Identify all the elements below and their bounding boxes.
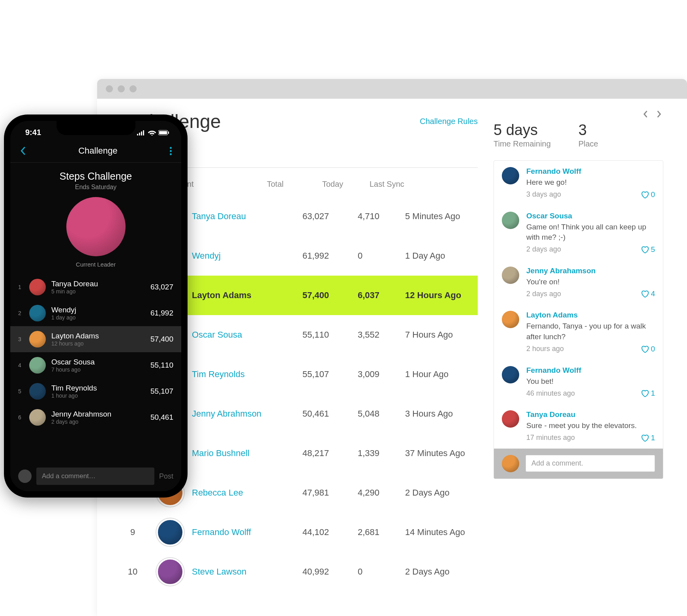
comment-time: 3 days ago xyxy=(526,190,561,199)
avatar xyxy=(29,279,46,295)
rank: 6 xyxy=(18,414,24,421)
comment-input[interactable]: Add a comment. xyxy=(526,455,655,472)
window-minimize-icon[interactable] xyxy=(118,85,125,92)
participant-name: Tim Reynolds xyxy=(51,384,145,393)
today-steps: 3,552 xyxy=(358,330,405,340)
comment: Oscar Sousa Game on! Think you all can k… xyxy=(494,205,663,260)
comment-text: You bet! xyxy=(526,376,655,387)
like-button[interactable]: 5 xyxy=(640,245,655,254)
comment-author[interactable]: Layton Adams xyxy=(526,311,655,319)
rank: 3 xyxy=(18,336,24,342)
svg-rect-3 xyxy=(139,133,140,135)
time-remaining-label: Time Remaining xyxy=(494,139,551,148)
heart-icon xyxy=(640,245,649,254)
total-steps: 50,461 xyxy=(302,409,358,419)
prev-icon[interactable] xyxy=(642,111,649,118)
comment: Fernando Wolff Here we go! 3 days ago 0 xyxy=(494,161,663,205)
phone-comment-input[interactable]: Add a comment… xyxy=(36,468,154,485)
today-steps: 5,048 xyxy=(358,409,405,419)
like-button[interactable]: 0 xyxy=(640,190,655,199)
avatar xyxy=(502,212,519,229)
participant-row[interactable]: 10 Steve Lawson 40,992 0 2 Days Ago xyxy=(121,552,478,592)
avatar xyxy=(29,383,46,400)
phone-notch xyxy=(56,121,135,135)
comment-author[interactable]: Oscar Sousa xyxy=(526,212,655,220)
comment-text: You're on! xyxy=(526,277,655,287)
participant-name: Tanya Doreau xyxy=(51,280,145,288)
total-steps: 55,107 xyxy=(302,369,358,379)
challenge-title: Steps Challenge xyxy=(10,171,181,182)
like-button[interactable]: 1 xyxy=(640,389,655,398)
leaderboard-row[interactable]: 6 Jenny Abrahmson2 days ago 50,461 xyxy=(10,404,181,430)
leader-avatar[interactable] xyxy=(66,197,126,256)
comment-author[interactable]: Jenny Abrahamson xyxy=(526,267,655,275)
comment-time: 17 minutes ago xyxy=(526,434,575,442)
today-steps: 0 xyxy=(358,251,405,261)
participant-name: Jenny Abrahmson xyxy=(51,410,145,419)
leaderboard-row[interactable]: 4 Oscar Sousa7 hours ago 55,110 xyxy=(10,352,181,378)
leader-label: Current Leader xyxy=(10,261,181,268)
svg-rect-8 xyxy=(168,131,169,134)
post-button[interactable]: Post xyxy=(159,472,173,481)
score: 57,400 xyxy=(150,335,173,344)
window-titlebar xyxy=(97,79,687,99)
comment-time: 46 minutes ago xyxy=(526,389,575,398)
like-button[interactable]: 4 xyxy=(640,289,655,298)
comment-author[interactable]: Fernando Wolff xyxy=(526,366,655,375)
participant-name[interactable]: Steve Lawson xyxy=(192,567,302,577)
col-sync: Last Sync xyxy=(370,180,478,189)
comments-panel: Fernando Wolff Here we go! 3 days ago 0 … xyxy=(494,160,663,479)
leaderboard-row[interactable]: 5 Tim Reynolds1 hour ago 55,107 xyxy=(10,378,181,404)
more-icon[interactable] xyxy=(170,147,172,155)
total-steps: 40,992 xyxy=(302,567,358,577)
battery-icon xyxy=(158,130,169,135)
today-steps: 3,009 xyxy=(358,369,405,379)
like-button[interactable]: 1 xyxy=(640,434,655,442)
comment: Tanya Doreau Sure - meet you by the elev… xyxy=(494,404,663,449)
heart-icon xyxy=(640,389,649,398)
place-value: 3 xyxy=(578,122,598,139)
phone-device: 9:41 Challenge Steps Challenge Ends Satu… xyxy=(4,115,188,498)
leaderboard-row[interactable]: 2 Wendyj1 day ago 61,992 xyxy=(10,300,181,326)
window-close-icon[interactable] xyxy=(106,85,113,92)
leaderboard-row[interactable]: 3 Layton Adams12 hours ago 57,400 xyxy=(10,326,181,352)
comment: Jenny Abrahamson You're on! 2 days ago 4 xyxy=(494,260,663,305)
comment-time: 2 hours ago xyxy=(526,345,564,353)
participant-name[interactable]: Fernando Wolff xyxy=(192,527,302,537)
wifi-icon xyxy=(148,130,156,135)
comment-text: Fernando, Tanya - you up for a walk afte… xyxy=(526,321,655,342)
comment-author[interactable]: Fernando Wolff xyxy=(526,167,655,176)
sync-time: 5 min ago xyxy=(51,288,145,295)
total-steps: 57,400 xyxy=(302,290,358,300)
participant-name[interactable]: Layton Adams xyxy=(192,290,302,300)
svg-rect-4 xyxy=(141,131,142,135)
my-phone-avatar xyxy=(18,470,32,483)
like-button[interactable]: 0 xyxy=(640,345,655,353)
svg-rect-7 xyxy=(159,131,167,134)
participant-row[interactable]: 9 Fernando Wolff 44,102 2,681 14 Minutes… xyxy=(121,513,478,552)
rank: 9 xyxy=(121,527,156,537)
participant-name[interactable]: Tim Reynolds xyxy=(192,369,302,379)
window-maximize-icon[interactable] xyxy=(130,85,137,92)
leaderboard-row[interactable]: 1 Tanya Doreau5 min ago 63,027 xyxy=(10,274,181,300)
score: 55,110 xyxy=(150,361,173,370)
next-icon[interactable] xyxy=(655,111,663,118)
participant-name[interactable]: Mario Bushnell xyxy=(192,448,302,458)
comment-author[interactable]: Tanya Doreau xyxy=(526,410,655,419)
participant-name: Wendyj xyxy=(51,306,145,314)
participant-name[interactable]: Jenny Abrahmson xyxy=(192,409,302,419)
challenge-rules-link[interactable]: Challenge Rules xyxy=(420,117,478,126)
participant-name[interactable]: Rebecca Lee xyxy=(192,488,302,498)
participant-name[interactable]: Tanya Doreau xyxy=(192,211,302,222)
participant-name[interactable]: Wendyj xyxy=(192,251,302,261)
challenge-subtitle: Ends Saturday xyxy=(10,184,181,191)
back-icon[interactable] xyxy=(20,146,26,156)
avatar xyxy=(29,331,46,347)
phone-title: Challenge xyxy=(78,146,117,156)
participant-name[interactable]: Oscar Sousa xyxy=(192,330,302,340)
avatar xyxy=(502,311,519,328)
rank: 1 xyxy=(18,284,24,290)
sync-time: 12 hours ago xyxy=(51,340,145,347)
avatar xyxy=(502,410,519,428)
today-steps: 4,290 xyxy=(358,488,405,498)
